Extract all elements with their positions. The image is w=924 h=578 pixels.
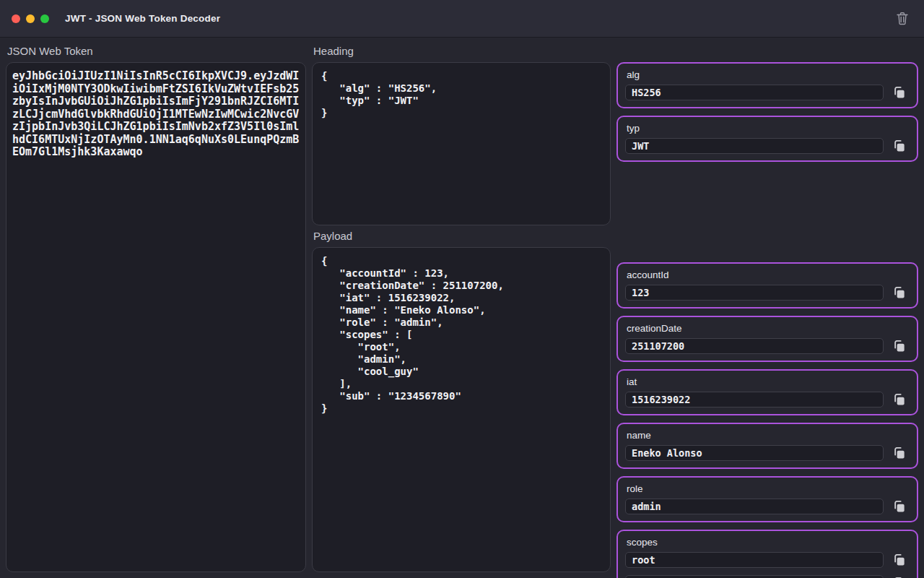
claim-card-scopes: scopes — [616, 530, 918, 578]
copy-icon — [892, 339, 907, 353]
claim-label: name — [627, 430, 910, 441]
claim-card-alg: alg — [616, 62, 918, 108]
claim-card-role: role — [616, 476, 918, 522]
copy-scopes-0-button[interactable] — [889, 551, 910, 569]
claim-value-scopes-0[interactable] — [625, 552, 884, 568]
clear-token-button[interactable] — [892, 9, 912, 29]
token-section-label: JSON Web Token — [7, 45, 306, 59]
traffic-lights — [12, 14, 49, 23]
zoom-window-button[interactable] — [40, 14, 49, 23]
copy-accountId-button[interactable] — [889, 284, 910, 301]
claim-label: role — [627, 483, 910, 494]
claim-card-accountId: accountId — [616, 262, 918, 309]
claim-row — [625, 284, 910, 301]
main-content: JSON Web Token eyJhbGciOiJIUzI1NiIsInR5c… — [0, 38, 924, 578]
copy-typ-button[interactable] — [889, 137, 910, 155]
copy-iat-button[interactable] — [889, 391, 910, 408]
titlebar: JWT - JSON Web Token Decoder — [0, 0, 924, 38]
claim-row — [625, 137, 910, 155]
claim-value-alg[interactable] — [625, 85, 884, 100]
claim-label: iat — [627, 376, 910, 387]
claim-value-iat[interactable] — [625, 392, 884, 407]
claim-row — [625, 337, 910, 355]
copy-icon — [892, 85, 907, 100]
copy-name-button[interactable] — [889, 444, 910, 462]
claim-row — [625, 498, 910, 515]
payload-section-label: Payload — [313, 230, 611, 244]
claim-row — [625, 574, 910, 578]
claim-value-accountId[interactable] — [625, 285, 884, 301]
copy-icon — [892, 553, 907, 567]
copy-icon — [892, 139, 907, 153]
window-title: JWT - JSON Web Token Decoder — [65, 13, 220, 24]
claim-value-creationDate[interactable] — [625, 338, 884, 354]
copy-role-button[interactable] — [889, 498, 910, 515]
copy-icon — [892, 446, 907, 460]
token-input[interactable]: eyJhbGciOiJIUzI1NiIsInR5cCI6IkpXVCJ9.eyJ… — [6, 62, 306, 572]
minimize-window-button[interactable] — [26, 14, 35, 23]
copy-icon — [892, 392, 907, 407]
claim-card-iat: iat — [616, 369, 918, 415]
claim-row — [625, 391, 910, 408]
claim-value-scopes-1[interactable] — [625, 575, 884, 578]
heading-json-panel: { "alg" : "HS256", "typ" : "JWT" } — [312, 62, 611, 225]
claim-value-typ[interactable] — [625, 138, 884, 154]
claim-card-creationDate: creationDate — [616, 316, 918, 362]
copy-scopes-1-button[interactable] — [889, 574, 910, 578]
claims-section: alg typ — [616, 45, 918, 572]
claim-card-name: name — [616, 423, 918, 469]
trash-icon — [896, 12, 909, 25]
copy-icon — [892, 499, 907, 514]
claim-label: typ — [627, 123, 910, 134]
payload-json-panel: { "accountId" : 123, "creationDate" : 25… — [312, 247, 611, 572]
heading-section-label: Heading — [313, 45, 611, 59]
copy-alg-button[interactable] — [889, 84, 910, 101]
claim-card-typ: typ — [616, 116, 918, 162]
claim-row — [625, 551, 910, 569]
copy-creationDate-button[interactable] — [889, 337, 910, 355]
claim-row — [625, 444, 910, 462]
close-window-button[interactable] — [12, 14, 20, 23]
claim-value-name[interactable] — [625, 445, 884, 461]
claim-label: scopes — [627, 537, 910, 548]
claim-label: accountId — [627, 269, 910, 280]
claim-label: alg — [627, 69, 910, 80]
copy-icon — [892, 285, 907, 300]
claim-row — [625, 84, 910, 101]
claim-label: creationDate — [627, 323, 910, 334]
claim-value-role[interactable] — [625, 499, 884, 514]
token-section: JSON Web Token eyJhbGciOiJIUzI1NiIsInR5c… — [6, 45, 306, 572]
decoded-section: Heading { "alg" : "HS256", "typ" : "JWT"… — [312, 45, 611, 572]
